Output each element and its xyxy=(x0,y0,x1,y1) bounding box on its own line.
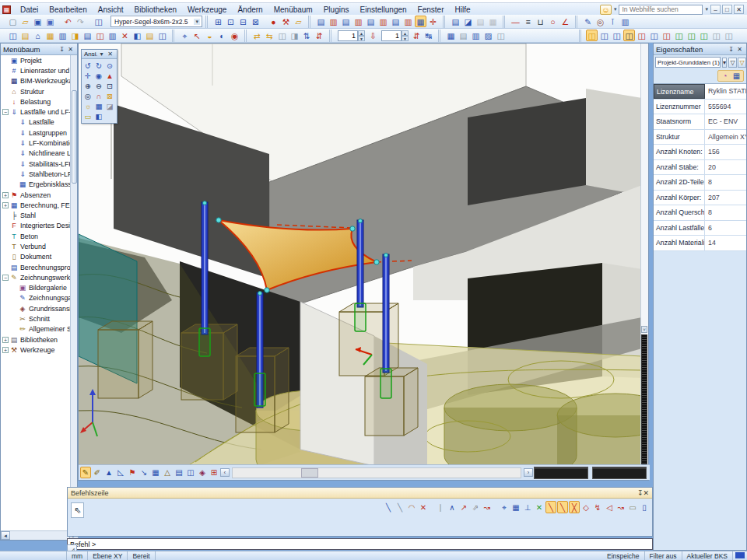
view-preset-4[interactable]: ◫ xyxy=(623,30,635,41)
tree-lastfaelle-lf[interactable]: − ⇓ Lastfälle und LF-Kombinatio xyxy=(1,107,72,117)
story-tool-10[interactable]: ✛ xyxy=(427,16,439,27)
model-tool-5[interactable]: ▥ xyxy=(57,30,68,41)
view-preset-7[interactable]: ◫ xyxy=(661,30,672,41)
story-tool-1[interactable]: ▤ xyxy=(315,16,327,27)
model-selector-dropdown[interactable]: Hyper-Segel-8x6m-2x2.5 ▾ xyxy=(110,16,202,27)
copy-part-2[interactable]: ◨ xyxy=(289,30,300,41)
scroll-left-icon[interactable]: ‹ xyxy=(220,468,230,477)
tri-snap-icon[interactable]: ◁ xyxy=(604,501,615,513)
tree-stahlbeton-lfk[interactable]: ⇓ Stahlbeton-LFK xyxy=(1,169,72,179)
view-preset-12[interactable]: ◫ xyxy=(723,30,735,41)
display-tool-3[interactable]: ▤ xyxy=(475,16,486,27)
table-tool-1[interactable]: ▦ xyxy=(445,30,457,41)
circle-tool[interactable]: ○ xyxy=(547,16,559,27)
tree-dokument[interactable]: ▯ Dokument xyxy=(1,252,72,262)
views-palette[interactable]: Ansi... ▾ ✕ ↺↻⊙✛◉▲⊕⊖⊡◎∩⊠☼▦◪▭◧ xyxy=(81,49,117,124)
expand-toggle-icon[interactable] xyxy=(11,161,17,167)
view-preset-6[interactable]: ◫ xyxy=(648,30,660,41)
expand-toggle-icon[interactable]: − xyxy=(2,109,9,115)
window-button[interactable]: ✕ xyxy=(734,5,744,14)
expand-toggle-icon[interactable]: + xyxy=(2,202,9,208)
story-tool-6[interactable]: ▥ xyxy=(377,16,389,27)
model-tool-6[interactable]: ◨ xyxy=(69,30,81,41)
viewport-horizontal-scrollbar[interactable] xyxy=(232,467,521,478)
command-input[interactable] xyxy=(67,538,653,550)
scrollbar-thumb[interactable] xyxy=(301,468,318,478)
rotate-x-icon[interactable]: ↺ xyxy=(82,61,93,71)
person-load[interactable]: ◒ xyxy=(204,30,216,41)
display-tool-1[interactable]: ▤ xyxy=(450,16,461,27)
snap-angle-icon[interactable]: ∧ xyxy=(447,501,458,513)
zoom-window-icon[interactable]: ⊡ xyxy=(104,81,115,91)
expand-toggle-icon[interactable] xyxy=(11,306,17,312)
close-icon[interactable]: ✕ xyxy=(735,46,744,53)
snap-cross-icon[interactable]: ✕ xyxy=(418,501,429,513)
menu-item[interactable]: Werkzeuge xyxy=(182,5,232,15)
light-icon[interactable]: ☼ xyxy=(82,101,93,111)
property-row[interactable]: Struktur Allgemein XYZ xyxy=(654,130,746,145)
delete-zoom-icon[interactable]: ⊠ xyxy=(104,91,115,101)
property-row[interactable]: Lizenznummer 555694 xyxy=(654,100,746,115)
expand-toggle-icon[interactable] xyxy=(2,78,9,84)
ortho-snap-3-icon[interactable]: ╳ xyxy=(569,501,580,513)
ortho-snap-2-icon[interactable]: ╲ xyxy=(557,501,568,513)
display-tool-4[interactable]: ▦ xyxy=(487,16,499,27)
status-segment[interactable]: Einspeiche xyxy=(602,551,645,560)
tree-nichtlineare-lfk[interactable]: ⇓ Nichtlineare LF-Kombin xyxy=(1,149,72,159)
zoom-fit-icon[interactable]: ◎ xyxy=(82,91,93,101)
cursor-tool[interactable]: ↖ xyxy=(191,30,203,41)
menu-item[interactable]: Bibliotheken xyxy=(129,5,182,15)
flag-icon[interactable]: ⚑ xyxy=(127,467,138,478)
node-icon[interactable]: ▲ xyxy=(103,467,114,478)
chevron-down-icon[interactable]: ▾ xyxy=(97,51,106,58)
zoom-in-icon[interactable]: ⊕ xyxy=(82,81,93,91)
snap-ne-icon[interactable]: ↗ xyxy=(458,501,469,513)
menu-item[interactable]: Ansicht xyxy=(93,5,129,15)
tree-werkzeuge[interactable]: + ⚒ Werkzeuge xyxy=(1,345,72,355)
camera-1-icon[interactable]: ▦ xyxy=(93,101,104,111)
new-file[interactable]: ▢ xyxy=(7,16,19,27)
view-preset-2[interactable]: ◫ xyxy=(598,30,610,41)
level-up[interactable]: ⇅ xyxy=(301,30,313,41)
story-tool-2[interactable]: ▥ xyxy=(328,16,339,27)
chevron-down-icon[interactable]: ▾ xyxy=(194,19,200,25)
tree-berechnung-fe-netz[interactable]: + ▦ Berechnung, FE-Netz xyxy=(1,200,72,210)
flash-snap-icon[interactable]: ↯ xyxy=(592,501,603,513)
mesh-icon[interactable]: ▦ xyxy=(150,467,161,478)
story-tool-9[interactable]: ▦ xyxy=(415,16,426,27)
column-snap-icon[interactable]: ▯ xyxy=(639,501,650,513)
model-tool-10[interactable]: ✕ xyxy=(119,30,131,41)
expand-toggle-icon[interactable]: + xyxy=(2,192,9,198)
tile-window[interactable]: ⊟ xyxy=(237,16,249,27)
expand-toggle-icon[interactable] xyxy=(11,150,17,156)
expand-toggle-icon[interactable] xyxy=(11,326,17,332)
tree-grundrissansicht[interactable]: ◈ Grundrissansicht xyxy=(1,303,72,313)
scrollbar-thumb[interactable] xyxy=(72,90,77,184)
save-file[interactable]: ▣ xyxy=(32,16,44,27)
expand-toggle-icon[interactable] xyxy=(2,99,9,105)
scroll-right-icon[interactable]: › xyxy=(524,468,533,477)
zoom-prev-icon[interactable]: ∩ xyxy=(93,91,104,101)
tree-linienraster[interactable]: # Linienraster und Geschosse xyxy=(1,65,72,75)
model-tool-11[interactable]: ◧ xyxy=(132,30,143,41)
pin-icon[interactable]: ↧ xyxy=(637,489,644,497)
view-preset-11[interactable]: ◫ xyxy=(710,30,722,41)
spinner-up-icon[interactable]: ▲ xyxy=(358,30,365,36)
story-spinner-input[interactable] xyxy=(338,30,358,41)
extend-icon[interactable]: ↘ xyxy=(139,467,149,478)
camera-2-icon[interactable]: ◪ xyxy=(104,101,115,111)
tree-zeichnungswerkzeuge[interactable]: − ✎ Zeichnungswerkzeuge xyxy=(1,272,72,282)
snap-arc-icon[interactable]: ◠ xyxy=(406,501,417,513)
line-style[interactable]: — xyxy=(510,16,521,27)
stop-tool[interactable]: ● xyxy=(268,16,279,27)
tree-stabilitaets-lfk[interactable]: ⇓ Stabilitäts-LFK xyxy=(1,159,72,169)
poly-snap-icon[interactable]: ◇ xyxy=(580,501,591,513)
view-preset-10[interactable]: ◫ xyxy=(698,30,710,41)
model-tool-1[interactable]: ◫ xyxy=(7,30,19,41)
preview-thumbnail-2[interactable] xyxy=(592,467,647,479)
spinner-up-icon[interactable]: ▲ xyxy=(402,30,409,36)
menu-item[interactable]: Datei xyxy=(15,5,44,15)
render-pie-icon[interactable]: ◔ xyxy=(720,71,730,81)
property-row[interactable]: Anzahl Körper: 207 xyxy=(654,191,746,206)
repair-tool[interactable]: ⚒ xyxy=(280,16,292,27)
